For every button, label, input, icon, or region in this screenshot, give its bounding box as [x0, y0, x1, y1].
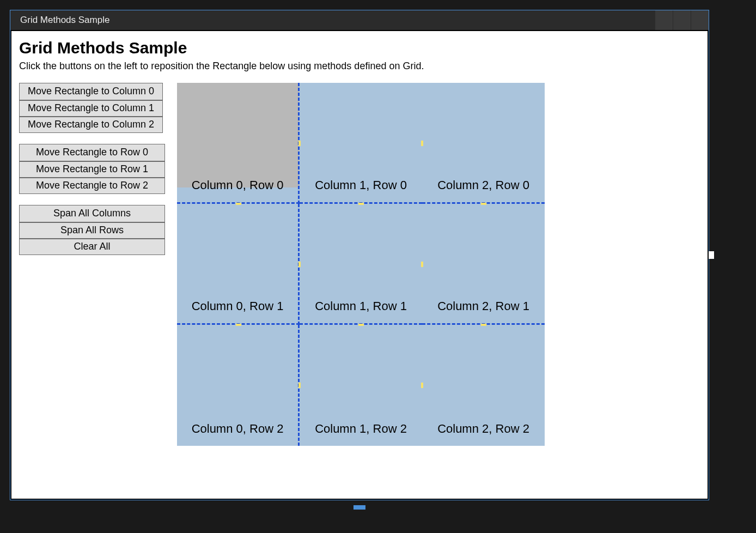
- demo-grid: Column 0, Row 0Column 1, Row 0Column 2, …: [177, 83, 545, 446]
- move-col-1-button[interactable]: Move Rectangle to Column 1: [20, 100, 162, 116]
- grid-cell: Column 1, Row 2: [300, 325, 422, 446]
- grid-cell: Column 0, Row 1: [177, 204, 300, 325]
- move-col-0-button[interactable]: Move Rectangle to Column 0: [20, 83, 162, 100]
- move-row-2-button[interactable]: Move Rectangle to Row 2: [20, 177, 164, 193]
- move-row-1-button[interactable]: Move Rectangle to Row 1: [20, 161, 164, 177]
- grid-cell: Column 1, Row 1: [300, 204, 422, 325]
- move-row-0-button[interactable]: Move Rectangle to Row 0: [20, 144, 164, 161]
- grid-cell-label: Column 1, Row 0: [315, 178, 407, 202]
- close-button[interactable]: [691, 10, 709, 30]
- gridline-tick: [298, 141, 301, 146]
- window-titlebar: Grid Methods Sample: [10, 10, 709, 30]
- maximize-button[interactable]: [673, 10, 691, 30]
- gridline-tick: [236, 203, 241, 205]
- grid-cell-label: Column 2, Row 1: [437, 299, 529, 323]
- content-row: Move Rectangle to Column 0 Move Rectangl…: [19, 83, 700, 446]
- grid-cell-label: Column 1, Row 1: [315, 299, 407, 323]
- grid-cell-label: Column 2, Row 2: [437, 422, 529, 446]
- row-buttons-group: Move Rectangle to Row 0 Move Rectangle t…: [19, 144, 165, 194]
- grid-cell: Column 2, Row 1: [422, 204, 545, 325]
- grid-cell: Column 2, Row 0: [422, 83, 545, 204]
- window-client-area: Grid Methods Sample Click the buttons on…: [10, 30, 709, 500]
- gridline-tick: [421, 262, 423, 267]
- gridline-tick: [481, 324, 486, 326]
- grid-cell: Column 1, Row 0: [300, 83, 422, 204]
- move-col-2-button[interactable]: Move Rectangle to Column 2: [20, 116, 162, 132]
- grid-cell: Column 0, Row 2: [177, 325, 300, 446]
- page-subtitle: Click the buttons on the left to reposit…: [19, 60, 700, 72]
- gridline-tick: [421, 383, 423, 388]
- minimize-button[interactable]: [655, 10, 673, 30]
- grid-cell-label: Column 0, Row 0: [192, 178, 284, 202]
- button-panel: Move Rectangle to Column 0 Move Rectangl…: [19, 83, 165, 266]
- window-title: Grid Methods Sample: [20, 15, 109, 26]
- grid-cell-label: Column 1, Row 2: [315, 422, 407, 446]
- gridline-tick: [421, 141, 423, 146]
- span-all-columns-button[interactable]: Span All Columns: [20, 205, 164, 222]
- span-all-rows-button[interactable]: Span All Rows: [20, 222, 164, 238]
- column-buttons-group: Move Rectangle to Column 0 Move Rectangl…: [19, 83, 163, 133]
- clear-all-button[interactable]: Clear All: [20, 238, 164, 255]
- grid-cell: Column 0, Row 0: [177, 83, 300, 204]
- span-buttons-group: Span All Columns Span All Rows Clear All: [19, 205, 165, 255]
- gridline-tick: [358, 203, 364, 205]
- gridline-tick: [481, 203, 486, 205]
- window-controls: [655, 10, 709, 30]
- page-title: Grid Methods Sample: [19, 39, 700, 57]
- designer-frame: Grid Methods Sample Grid Methods Sample …: [10, 10, 709, 500]
- gridline-tick: [298, 262, 301, 267]
- grid-cell-label: Column 0, Row 2: [192, 422, 284, 446]
- gridline-tick: [236, 324, 241, 326]
- gridline-tick: [358, 324, 364, 326]
- gridline-tick: [298, 383, 301, 388]
- grid-cell-label: Column 0, Row 1: [192, 299, 284, 323]
- designer-handle-right[interactable]: [709, 251, 714, 259]
- grid-cell-label: Column 2, Row 0: [437, 178, 529, 202]
- grid-cell: Column 2, Row 2: [422, 325, 545, 446]
